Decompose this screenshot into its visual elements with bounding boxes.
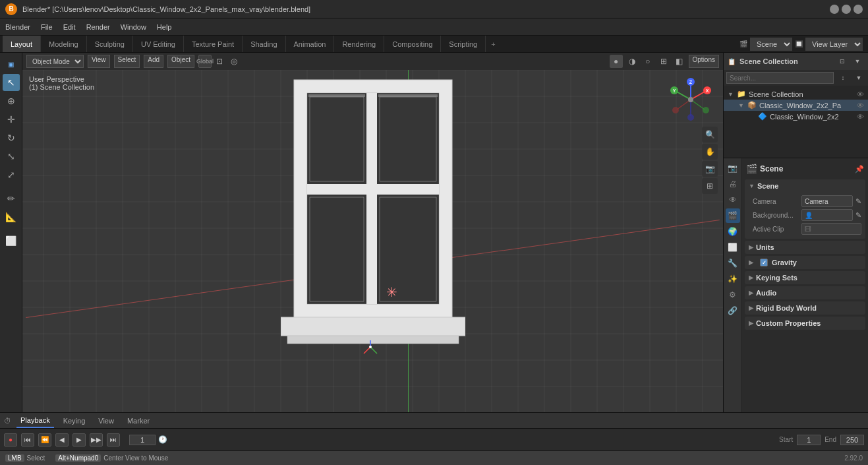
world-tab[interactable]: 🌍: [726, 224, 740, 239]
mode-icon[interactable]: ▣: [3, 55, 20, 73]
zoom-icon[interactable]: 🔍: [702, 127, 718, 142]
outliner-filter[interactable]: ⊡: [836, 55, 849, 68]
snap-icon[interactable]: ⊡: [213, 55, 226, 68]
transform-tool[interactable]: ⤢: [3, 166, 20, 183]
window-controls[interactable]: [830, 5, 863, 14]
camera-edit-icon[interactable]: ✎: [855, 197, 861, 206]
add-workspace-button[interactable]: +: [486, 36, 500, 52]
camera-icon[interactable]: 📷: [702, 161, 718, 177]
tab-uv-editing[interactable]: UV Editing: [133, 36, 184, 52]
select-tool[interactable]: ↖: [3, 74, 20, 91]
navigation-gizmo[interactable]: Z X Y: [668, 77, 714, 123]
tab-playback[interactable]: Playback: [16, 413, 54, 428]
jump-start-button[interactable]: ⏮: [21, 433, 34, 447]
visibility-eye-3[interactable]: 👁: [857, 113, 864, 121]
tab-texture-paint[interactable]: Texture Paint: [184, 36, 243, 52]
move-tool[interactable]: ✛: [3, 111, 20, 128]
select-menu-btn[interactable]: Select: [114, 55, 140, 68]
physics-tab[interactable]: ⚙: [726, 288, 740, 302]
outliner-item-scene-collection[interactable]: ▼ 📁 Scene Collection 👁: [724, 88, 868, 100]
tab-modeling[interactable]: Modeling: [41, 36, 87, 52]
options-btn[interactable]: Options: [689, 55, 719, 68]
menu-edit[interactable]: Edit: [58, 18, 81, 35]
global-select[interactable]: Global: [198, 55, 212, 68]
view-tab[interactable]: 👁: [726, 193, 740, 207]
tab-scripting[interactable]: Scripting: [441, 36, 486, 52]
prev-key-button[interactable]: ◀: [55, 433, 69, 447]
object-mode-select[interactable]: Object Mode: [26, 55, 84, 68]
end-frame-input[interactable]: 250: [840, 435, 864, 445]
custom-props-header[interactable]: ▶ Custom Properties: [745, 317, 865, 330]
step-back-button[interactable]: ⏪: [38, 433, 51, 447]
ortho-icon[interactable]: ⊞: [702, 178, 718, 194]
active-clip-value[interactable]: 🎞: [801, 223, 861, 235]
tab-view[interactable]: View: [94, 413, 118, 428]
menu-help[interactable]: Help: [152, 18, 177, 35]
camera-value[interactable]: Camera: [801, 195, 853, 207]
add-menu-btn[interactable]: Add: [144, 55, 163, 68]
play-button[interactable]: ▶: [72, 433, 86, 447]
outliner-options[interactable]: ▼: [851, 55, 864, 68]
view-layer-select[interactable]: View Layer: [805, 38, 863, 51]
gravity-header[interactable]: ▶ ✓ Gravity: [745, 256, 865, 269]
scale-tool[interactable]: ⤡: [3, 148, 20, 165]
xray-icon[interactable]: ◧: [673, 55, 686, 68]
minimize-button[interactable]: [830, 5, 839, 14]
viewport-shading-solid[interactable]: ●: [610, 55, 623, 68]
outliner-sort[interactable]: ↕: [836, 71, 850, 84]
object-tab[interactable]: ⬜: [726, 240, 740, 255]
tab-compositing[interactable]: Compositing: [384, 36, 441, 52]
scene-section-header[interactable]: ▼ Scene: [745, 179, 865, 193]
jump-end-button[interactable]: ⏭: [107, 433, 120, 447]
next-key-button[interactable]: ▶▶: [90, 433, 103, 447]
maximize-button[interactable]: [842, 5, 851, 14]
modifier-tab[interactable]: 🔧: [726, 256, 740, 270]
start-frame-input[interactable]: 1: [797, 435, 821, 445]
close-button[interactable]: [854, 5, 863, 14]
background-value[interactable]: 👤: [801, 209, 853, 221]
viewport-3d[interactable]: Object Mode View Select Add Object Globa…: [22, 53, 723, 412]
tab-shading[interactable]: Shading: [243, 36, 285, 52]
outliner-search-input[interactable]: [726, 72, 834, 84]
render-tab[interactable]: 📷: [726, 161, 740, 175]
add-cube-tool[interactable]: ⬜: [3, 232, 20, 249]
tab-sculpting[interactable]: Sculpting: [87, 36, 133, 52]
tab-layout[interactable]: Layout: [3, 36, 41, 52]
menu-blender[interactable]: Blender: [0, 18, 36, 35]
keying-sets-header[interactable]: ▶ Keying Sets: [745, 271, 865, 284]
outliner-view-toggle[interactable]: ▼: [852, 71, 865, 84]
menu-render[interactable]: Render: [81, 18, 115, 35]
cursor-tool[interactable]: ⊕: [3, 92, 20, 109]
gravity-checkbox[interactable]: ✓: [760, 259, 768, 266]
overlay-icon[interactable]: ⊞: [657, 55, 670, 68]
measure-tool[interactable]: 📐: [3, 208, 20, 226]
tab-animation[interactable]: Animation: [286, 36, 335, 52]
visibility-eye[interactable]: 👁: [857, 90, 864, 98]
tab-marker[interactable]: Marker: [123, 413, 154, 428]
props-pin[interactable]: 📌: [855, 165, 864, 173]
pan-icon[interactable]: ✋: [702, 144, 718, 160]
proportional-icon[interactable]: ◎: [227, 55, 241, 68]
tab-keying[interactable]: Keying: [59, 413, 90, 428]
record-button[interactable]: ●: [4, 433, 17, 447]
background-edit-icon[interactable]: ✎: [855, 211, 861, 220]
current-frame-input[interactable]: 1: [129, 435, 156, 445]
units-header[interactable]: ▶ Units: [745, 241, 865, 254]
tab-rendering[interactable]: Rendering: [334, 36, 384, 52]
rotate-tool[interactable]: ↻: [3, 129, 20, 146]
view-menu-btn[interactable]: View: [88, 55, 110, 68]
outliner-item-mesh[interactable]: 🔷 Classic_Window_2x2 👁: [724, 111, 868, 122]
visibility-eye-2[interactable]: 👁: [857, 102, 864, 109]
menu-window[interactable]: Window: [115, 18, 152, 35]
output-tab[interactable]: 🖨: [726, 177, 740, 191]
viewport-shading-material[interactable]: ◑: [625, 55, 639, 68]
object-menu-btn[interactable]: Object: [167, 55, 194, 68]
scene-select[interactable]: Scene: [750, 38, 792, 51]
scene-tab[interactable]: 🎬: [726, 208, 740, 223]
constraints-tab[interactable]: 🔗: [726, 303, 740, 318]
viewport-shading-rendered[interactable]: ○: [641, 55, 654, 68]
menu-file[interactable]: File: [36, 18, 58, 35]
audio-header[interactable]: ▶ Audio: [745, 286, 865, 299]
particles-tab[interactable]: ✨: [726, 272, 740, 286]
outliner-item-classic-window[interactable]: ▼ 📦 Classic_Window_2x2_Pa 👁: [724, 100, 868, 111]
